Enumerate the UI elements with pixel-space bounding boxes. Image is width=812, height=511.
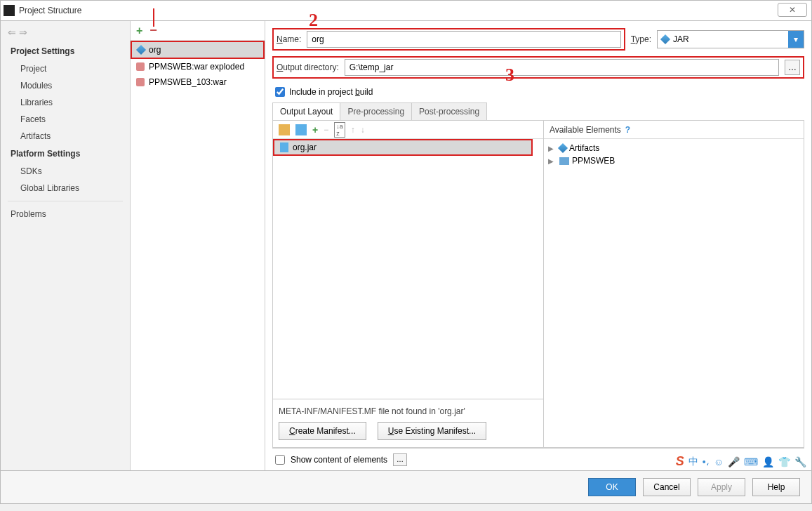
remove-icon[interactable]: − <box>324 125 328 135</box>
create-manifest-button[interactable]: Create Manifest... <box>279 422 366 440</box>
type-select[interactable]: JAR ▾ <box>657 30 804 48</box>
help-button[interactable]: Help <box>752 478 800 496</box>
artifact-detail-panel: Name: Type: JAR ▾ Output directory: … In… <box>265 21 811 470</box>
jar-icon <box>136 45 146 55</box>
available-elements-panel: Available Elements ? ▶ Artifacts ▶ PPMSW… <box>544 121 804 447</box>
sidebar-separator <box>8 201 123 201</box>
use-existing-manifest-button[interactable]: Use Existing Manifest... <box>378 422 486 440</box>
sidebar-item-libraries[interactable]: Libraries <box>1 94 130 111</box>
sidebar-item-project[interactable]: Project <box>1 60 130 77</box>
sidebar-item-modules[interactable]: Modules <box>1 77 130 94</box>
sidebar-nav: ⇐ ⇒ <box>1 25 130 42</box>
show-content-checkbox[interactable] <box>275 455 285 465</box>
layout-item-org-jar[interactable]: org.jar <box>273 139 533 156</box>
name-row: Name: Type: JAR ▾ <box>272 28 804 51</box>
close-button[interactable]: ✕ <box>778 3 807 17</box>
add-artifact-icon[interactable]: + <box>136 25 142 37</box>
window-title: Project Structure <box>19 6 81 15</box>
ime-logo-icon[interactable]: S <box>676 454 684 469</box>
output-layout-left: + − ↓az ↑ ↓ org.jar META-INF/MANIFEST.MF… <box>273 121 544 447</box>
new-folder-icon[interactable] <box>279 124 290 135</box>
expand-icon[interactable]: ▶ <box>548 145 557 152</box>
sidebar-item-facets[interactable]: Facets <box>1 111 130 128</box>
jar-icon <box>660 34 670 44</box>
ime-keyboard-icon[interactable]: ⌨ <box>744 456 758 467</box>
remove-artifact-icon[interactable]: − <box>149 23 157 38</box>
manifest-buttons: Create Manifest... Use Existing Manifest… <box>273 422 543 447</box>
nav-forward-icon[interactable]: ⇒ <box>19 27 27 38</box>
help-icon[interactable]: ? <box>625 125 630 135</box>
show-content-options-button[interactable]: … <box>393 453 407 466</box>
output-layout-tree[interactable]: org.jar <box>273 139 543 399</box>
artifacts-icon <box>558 143 568 153</box>
ime-user-icon[interactable]: 👤 <box>762 456 774 467</box>
output-layout-toolbar: + − ↓az ↑ ↓ <box>273 121 543 139</box>
artifact-item-org[interactable]: org <box>131 41 265 59</box>
ime-emoji-icon[interactable]: ☺ <box>714 456 724 467</box>
titlebar: Project Structure ✕ <box>0 0 812 21</box>
ime-lang-icon[interactable]: 中 <box>688 456 698 468</box>
war-icon <box>136 62 145 71</box>
artifact-label: PPMSWEB_103:war <box>149 77 227 87</box>
artifacts-toolbar: + − <box>131 21 265 41</box>
move-down-icon[interactable]: ↓ <box>361 125 365 135</box>
sidebar-item-sdks[interactable]: SDKs <box>1 163 130 180</box>
app-icon <box>4 5 15 16</box>
include-build-label: Include in project build <box>289 87 373 97</box>
available-label: Artifacts <box>569 143 599 153</box>
chevron-down-icon: ▾ <box>788 31 804 48</box>
name-input[interactable] <box>307 31 620 48</box>
layout-item-label: org.jar <box>293 142 317 152</box>
tab-pre-processing[interactable]: Pre-processing <box>340 102 412 120</box>
ime-tool-icon[interactable]: 🔧 <box>794 456 806 467</box>
artifact-label: PPMSWEB:war exploded <box>149 62 244 72</box>
output-dir-label: Output directory: <box>277 62 339 72</box>
artifacts-list-panel: + − org PPMSWEB:war exploded PPMSWEB_103… <box>131 21 265 470</box>
detail-tabs: Output Layout Pre-processing Post-proces… <box>272 102 804 121</box>
module-folder-icon <box>559 157 569 165</box>
sidebar-item-artifacts[interactable]: Artifacts <box>1 128 130 145</box>
browse-button[interactable]: … <box>785 60 800 75</box>
available-label: PPMSWEB <box>572 156 615 166</box>
expand-icon[interactable]: ▶ <box>548 157 557 165</box>
manifest-warning: META-INF/MANIFEST.MF file not found in '… <box>273 399 543 422</box>
main-area: ⇐ ⇒ Project Settings Project Modules Lib… <box>0 21 812 470</box>
available-item-ppmsweb[interactable]: ▶ PPMSWEB <box>548 154 799 167</box>
sidebar-item-problems[interactable]: Problems <box>1 206 130 223</box>
tab-post-processing[interactable]: Post-processing <box>411 102 487 120</box>
dialog-footer: OK Cancel Apply Help <box>0 470 812 504</box>
type-value: JAR <box>673 34 689 44</box>
ok-button[interactable]: OK <box>588 478 636 496</box>
ime-mic-icon[interactable]: 🎤 <box>728 456 740 467</box>
artifact-label: org <box>149 45 161 55</box>
sidebar-heading-project: Project Settings <box>1 42 130 60</box>
cancel-button[interactable]: Cancel <box>643 478 691 496</box>
new-archive-icon[interactable] <box>295 124 307 135</box>
output-dir-row: Output directory: … <box>272 56 804 79</box>
sidebar: ⇐ ⇒ Project Settings Project Modules Lib… <box>1 21 131 470</box>
available-item-artifacts[interactable]: ▶ Artifacts <box>548 142 799 154</box>
move-up-icon[interactable]: ↑ <box>351 125 355 135</box>
type-label: Type: <box>631 34 651 44</box>
show-content-label: Show content of elements <box>291 455 387 465</box>
sidebar-heading-platform: Platform Settings <box>1 145 130 163</box>
ime-punct-icon[interactable]: •، <box>703 456 710 467</box>
sort-icon[interactable]: ↓az <box>334 122 345 138</box>
artifact-item-ppmsweb-exploded[interactable]: PPMSWEB:war exploded <box>131 59 265 74</box>
add-copy-icon[interactable]: + <box>312 124 318 135</box>
output-layout-body: + − ↓az ↑ ↓ org.jar META-INF/MANIFEST.MF… <box>272 121 804 448</box>
artifact-item-ppmsweb-103[interactable]: PPMSWEB_103:war <box>131 74 265 90</box>
available-elements-tree[interactable]: ▶ Artifacts ▶ PPMSWEB <box>544 139 804 170</box>
name-label: Name: <box>277 34 301 44</box>
tab-output-layout[interactable]: Output Layout <box>272 102 340 120</box>
ime-toolbar: S 中 •، ☺ 🎤 ⌨ 👤 👕 🔧 <box>673 453 809 470</box>
ime-skin-icon[interactable]: 👕 <box>778 456 790 467</box>
nav-back-icon[interactable]: ⇐ <box>8 27 16 38</box>
available-elements-heading: Available Elements ? <box>544 121 804 139</box>
output-dir-input[interactable] <box>345 59 779 76</box>
apply-button[interactable]: Apply <box>698 478 745 496</box>
war-icon <box>136 78 145 86</box>
sidebar-item-global-libraries[interactable]: Global Libraries <box>1 180 130 197</box>
include-build-checkbox[interactable] <box>275 87 285 97</box>
include-build-row: Include in project build <box>275 87 804 97</box>
